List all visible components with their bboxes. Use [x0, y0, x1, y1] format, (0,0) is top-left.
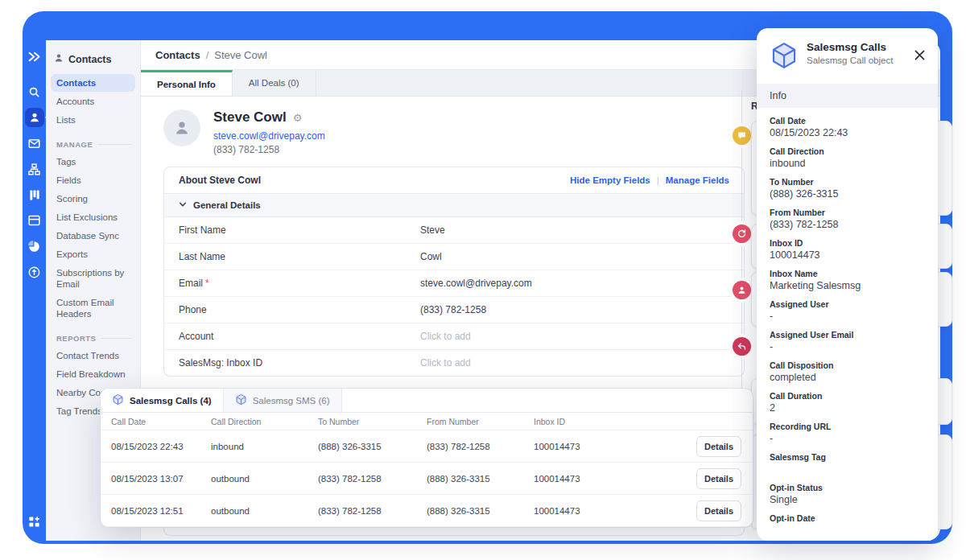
sidebar-item-fields[interactable]: Fields [51, 171, 135, 189]
field-row: SalesMsg: Inbox IDClick to add [164, 350, 744, 376]
field-row: First NameSteve [164, 217, 744, 244]
contacts-icon [54, 53, 64, 65]
sidebar-item-scoring[interactable]: Scoring [51, 190, 135, 208]
call-cell: (833) 782-1258 [318, 506, 427, 516]
popup-tab-salesmsg-sms-6-[interactable]: Salesmsg SMS (6) [224, 389, 342, 412]
sidebar-item-subscriptions-by-email[interactable]: Subscriptions by Email [51, 264, 135, 293]
sidebar-item-lists[interactable]: Lists [51, 111, 135, 129]
pages-icon[interactable] [25, 211, 44, 230]
details-button[interactable]: Details [696, 436, 741, 457]
cube-icon [112, 393, 124, 407]
apps-icon[interactable] [25, 512, 44, 531]
panel-field-label: Assigned User Email [770, 330, 925, 340]
field-row: Email*steve.cowl@drivepay.com [164, 270, 744, 297]
panel-field-value: inbound [770, 158, 925, 170]
panel-field-label: Opt-in Status [770, 483, 925, 492]
boards-icon[interactable] [25, 185, 44, 204]
panel-field: Inbox NameMarketing Salesmsg [770, 269, 925, 292]
salesmsg-call-panel: Salesmsg Calls Salesmsg Call object Info… [757, 28, 938, 541]
required-mark: * [205, 278, 209, 289]
panel-field-label: Inbox ID [770, 238, 925, 248]
panel-field: Inbox ID100014473 [770, 238, 925, 261]
email-icon[interactable] [25, 134, 44, 153]
logo-icon[interactable] [25, 47, 44, 66]
sidebar-item-accounts[interactable]: Accounts [51, 93, 135, 110]
call-cell: (833) 782-1258 [318, 474, 427, 484]
field-add-value[interactable]: Click to add [420, 331, 471, 342]
reports-icon[interactable] [25, 237, 44, 256]
panel-field: Opt-in StatusSingle [770, 483, 925, 506]
panel-section-info: Info [757, 84, 938, 108]
avatar [163, 109, 200, 146]
calls-table-header: Call DateCall DirectionTo NumberFrom Num… [101, 413, 753, 430]
panel-field-label: Call Disposition [770, 360, 925, 370]
sidebar-item-list-exclusions[interactable]: List Exclusions [51, 208, 135, 226]
contact-phone: (833) 782-1258 [213, 144, 325, 155]
column-header: From Number [427, 417, 534, 426]
panel-field-value: - [770, 341, 925, 353]
field-label: First Name [179, 224, 420, 236]
panel-field-label: From Number [770, 208, 925, 217]
call-cell: 100014473 [534, 442, 691, 451]
panel-field-value: Single [770, 494, 925, 506]
panel-field-label: Recording URL [770, 422, 925, 431]
panel-field: Recording URL- [770, 422, 925, 445]
sidebar-item-contact-trends[interactable]: Contact Trends [51, 347, 135, 364]
details-button[interactable]: Details [696, 468, 741, 489]
details-button[interactable]: Details [696, 500, 741, 521]
link-separator: | [657, 175, 659, 185]
panel-field-value: 08/15/2023 22:43 [770, 127, 925, 139]
panel-field: Call Directioninbound [770, 146, 925, 170]
search-icon[interactable] [25, 82, 44, 101]
call-cell: inbound [211, 442, 318, 451]
icon-rail [23, 11, 46, 544]
popup-tab-salesmsg-calls-4-[interactable]: Salesmsg Calls (4) [101, 389, 224, 412]
panel-field: Call Date08/15/2023 22:43 [770, 116, 925, 139]
close-icon[interactable] [913, 46, 927, 67]
panel-field-value: (833) 782-1258 [770, 219, 925, 231]
general-details-toggle[interactable]: General Details [164, 194, 744, 217]
tab-personal-info[interactable]: Personal Info [141, 70, 233, 96]
call-cell: 100014473 [534, 506, 691, 516]
about-card: About Steve Cowl Hide Empty Fields|Manag… [163, 167, 745, 377]
sidebar-item-database-sync[interactable]: Database Sync [51, 227, 135, 245]
journeys-icon[interactable] [25, 159, 44, 179]
manage-fields-link[interactable]: Manage Fields [666, 175, 729, 185]
about-title: About Steve Cowl [179, 175, 261, 186]
sidebar-item-field-breakdown[interactable]: Field Breakdown [51, 365, 135, 383]
hide-empty-fields-link[interactable]: Hide Empty Fields [570, 175, 650, 185]
sidebar-item-exports[interactable]: Exports [51, 245, 135, 263]
field-label: Last Name [179, 251, 420, 262]
cube-icon [235, 393, 247, 407]
salesmsg-calls-popup: Salesmsg Calls (4)Salesmsg SMS (6) Call … [101, 389, 753, 527]
field-label: Email* [179, 278, 420, 289]
nav-section-label: REPORTS [56, 334, 132, 343]
field-value: Steve [420, 224, 445, 236]
panel-field-label: Call Direction [770, 146, 925, 156]
panel-fields: Call Date08/15/2023 22:43Call Directioni… [757, 108, 938, 541]
field-label: SalesMsg: Inbox ID [179, 357, 420, 369]
goals-icon[interactable] [25, 262, 44, 282]
panel-field-label: To Number [770, 177, 925, 187]
page: Contacts ContactsAccountsListsMANAGETags… [0, 0, 966, 560]
panel-field: Assigned User- [770, 299, 925, 323]
column-header: Call Date [111, 417, 211, 426]
cube-icon [770, 41, 799, 73]
panel-field-value: (888) 326-3315 [770, 188, 925, 200]
contact-email-link[interactable]: steve.cowl@drivepay.com [213, 130, 325, 142]
sidebar-item-contacts[interactable]: Contacts [51, 74, 135, 92]
breadcrumb-contacts-link[interactable]: Contacts [155, 49, 200, 61]
call-cell: (888) 326-3315 [427, 506, 534, 516]
column-header: Call Direction [211, 417, 318, 426]
contacts-icon[interactable] [25, 108, 44, 127]
panel-field-label: Assigned User [770, 299, 925, 309]
field-add-value[interactable]: Click to add [420, 357, 471, 369]
panel-subtitle: Salesmsg Call object [807, 56, 905, 65]
panel-field-value: 2 [770, 402, 925, 414]
sidebar-item-custom-email-headers[interactable]: Custom Email Headers [51, 294, 135, 323]
tab-all-deals-0-[interactable]: All Deals (0) [233, 70, 316, 96]
gear-icon[interactable]: ⚙ [293, 112, 303, 124]
sidebar-item-tags[interactable]: Tags [51, 153, 135, 171]
sync-activity-icon [733, 224, 751, 243]
panel-field-value: - [770, 433, 925, 445]
